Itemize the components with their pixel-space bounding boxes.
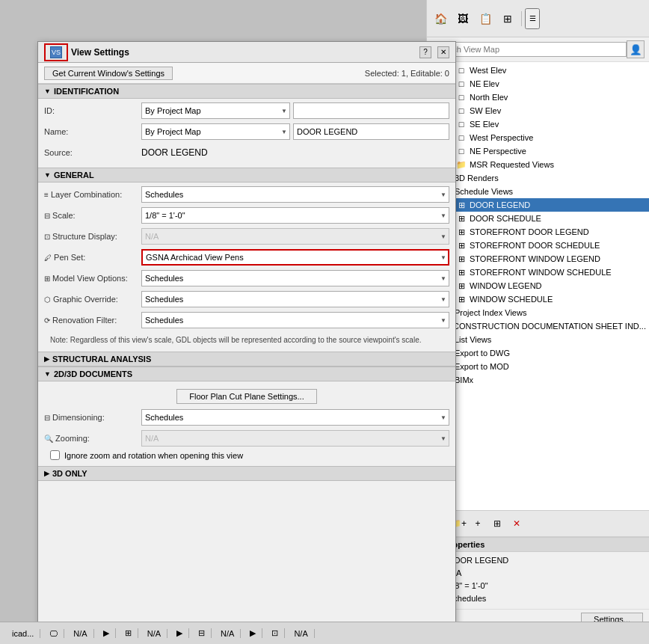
floor-plan-btn[interactable]: Floor Plan Cut Plane Settings... bbox=[176, 389, 316, 404]
view-icon: □ bbox=[455, 132, 467, 143]
status-icon-2: ⊞ bbox=[119, 628, 138, 638]
id-dropdown[interactable]: By Project Map bbox=[141, 102, 290, 119]
model-view-select[interactable]: Schedules bbox=[141, 270, 449, 286]
three-d-label: 3D ONLY bbox=[52, 469, 87, 478]
documents-content: Floor Plan Cut Plane Settings... ⊟ Dimen… bbox=[38, 381, 455, 466]
status-na-1: N/A bbox=[67, 629, 93, 638]
three-d-only-header[interactable]: ▶ 3D ONLY bbox=[38, 466, 455, 481]
floor-plan-btn-row: Floor Plan Cut Plane Settings... bbox=[44, 389, 449, 404]
tree-item-sw-elev[interactable]: □ SW Elev bbox=[427, 104, 649, 117]
tree-item-door-legend[interactable]: ⊞ DOOR LEGEND bbox=[427, 198, 649, 212]
name-label: Name: bbox=[44, 127, 141, 136]
identification-header[interactable]: ▼ IDENTIFICATION bbox=[38, 84, 455, 99]
tree-item-storefront-window-schedule[interactable]: ⊞ STOREFRONT WINDOW SCHEDULE bbox=[427, 266, 649, 279]
status-nav-1[interactable]: ▶ bbox=[97, 628, 116, 638]
menu-icon-btn[interactable]: ☰ bbox=[525, 8, 540, 29]
scale-select[interactable]: 1/8" = 1'-0" bbox=[141, 207, 449, 224]
status-nav-3[interactable]: ▶ bbox=[244, 628, 262, 638]
zooming-select[interactable]: N/A bbox=[141, 430, 449, 447]
graphic-override-select[interactable]: Schedules bbox=[141, 291, 449, 307]
view-icon: □ bbox=[455, 146, 467, 156]
tree-label: West Perspective bbox=[470, 133, 533, 142]
get-current-window-btn[interactable]: Get Current Window's Settings bbox=[44, 67, 173, 80]
tree-item-storefront-window-legend[interactable]: ⊞ STOREFRONT WINDOW LEGEND bbox=[427, 252, 649, 266]
grid-icon-btn[interactable]: ⊞ bbox=[497, 8, 518, 29]
layer-combo-select[interactable]: Schedules bbox=[141, 186, 449, 203]
documents-arrow: ▼ bbox=[44, 370, 51, 378]
structure-wrapper: N/A bbox=[141, 228, 449, 245]
add-item-btn[interactable]: + bbox=[469, 515, 487, 533]
status-na-4: N/A bbox=[288, 629, 314, 638]
tree-item-project-index[interactable]: ▼ 📁 Project Index Views bbox=[427, 306, 649, 319]
general-arrow: ▼ bbox=[44, 171, 51, 179]
tree-view: □ West Elev □ NE Elev □ North Elev bbox=[427, 62, 649, 510]
view-icon: □ bbox=[455, 119, 467, 129]
structure-select[interactable]: N/A bbox=[141, 228, 449, 245]
tree-item-ne-perspective[interactable]: □ NE Perspective bbox=[427, 144, 649, 158]
documents-header[interactable]: ▼ 2D/3D DOCUMENTS bbox=[38, 367, 455, 381]
tree-item-north-elev[interactable]: □ North Elev bbox=[427, 91, 649, 104]
dimensioning-select[interactable]: Schedules bbox=[141, 409, 449, 426]
tree-item-window-legend[interactable]: ⊞ WINDOW LEGEND bbox=[427, 279, 649, 292]
tree-label: BIMx bbox=[455, 375, 473, 384]
status-na-3: N/A bbox=[215, 629, 241, 638]
tree-item-list-views[interactable]: 📁 List Views bbox=[427, 333, 649, 346]
tree-item-export-mod[interactable]: ▶ 📁 Export to MOD bbox=[427, 360, 649, 373]
home-icon-btn[interactable]: 🏠 bbox=[430, 8, 451, 29]
grid-view-btn[interactable]: ⊞ bbox=[488, 515, 506, 533]
tree-item-door-schedule[interactable]: ⊞ DOOR SCHEDULE bbox=[427, 212, 649, 225]
tree-item-schedule-views[interactable]: ▼ 📁 Schedule Views bbox=[427, 185, 649, 198]
image-icon-btn[interactable]: 🖼 bbox=[452, 8, 473, 29]
search-input[interactable] bbox=[431, 42, 627, 57]
selected-info: Selected: 1, Editable: 0 bbox=[365, 69, 449, 78]
tree-item-storefront-door-legend[interactable]: ⊞ STOREFRONT DOOR LEGEND bbox=[427, 225, 649, 239]
tree-item-west-elev[interactable]: □ West Elev bbox=[427, 64, 649, 77]
copy-icon-btn[interactable]: 📋 bbox=[475, 8, 496, 29]
scale-wrapper: 1/8" = 1'-0" bbox=[141, 207, 449, 224]
graphic-override-row: ⬡ Graphic Override: Schedules bbox=[44, 290, 449, 308]
content-spacer bbox=[38, 481, 455, 526]
tree-item-west-perspective[interactable]: □ West Perspective bbox=[427, 131, 649, 144]
close-button[interactable]: ✕ bbox=[437, 46, 449, 58]
renovation-select[interactable]: Schedules bbox=[141, 312, 449, 328]
tree-item-window-schedule[interactable]: ⊞ WINDOW SCHEDULE bbox=[427, 292, 649, 306]
right-panel: 🏠 🖼 📋 ⊞ ☰ 👤 □ West Elev □ bbox=[426, 0, 649, 644]
name-dropdown[interactable]: By Project Map bbox=[141, 123, 290, 140]
dialog-title-left: VS View Settings bbox=[44, 43, 129, 61]
general-label: GENERAL bbox=[54, 171, 94, 180]
view-settings-dialog: VS View Settings ? ✕ Get Current Window'… bbox=[37, 41, 456, 644]
tree-item-ne-elev[interactable]: □ NE Elev bbox=[427, 77, 649, 91]
tree-item-storefront-door-schedule[interactable]: ⊞ STOREFRONT DOOR SCHEDULE bbox=[427, 239, 649, 252]
id-controls: By Project Map bbox=[141, 102, 449, 119]
tree-label: Project Index Views bbox=[455, 308, 526, 317]
tree-item-construction-doc[interactable]: □ CONSTRUCTION DOCUMENTATION SHEET IND..… bbox=[427, 319, 649, 333]
structural-analysis-header[interactable]: ▶ STRUCTURAL ANALYSIS bbox=[38, 352, 455, 367]
renovation-label: ⟳ Renovation Filter: bbox=[44, 316, 141, 325]
dimensioning-icon: ⊟ bbox=[44, 414, 50, 422]
tree-item-msr[interactable]: 📁 MSR Requested Views bbox=[427, 158, 649, 171]
tree-item-export-dwg[interactable]: ▶ 📁 Export to DWG bbox=[427, 346, 649, 360]
id-dropdown-wrapper: By Project Map bbox=[141, 102, 290, 119]
pen-set-select[interactable]: GSNA Archicad View Pens bbox=[141, 249, 449, 266]
tree-label: SE Elev bbox=[470, 120, 499, 129]
folder-icon: 📁 bbox=[455, 159, 467, 170]
identification-content: ID: By Project Map Name: bbox=[38, 99, 455, 168]
tree-item-bimx[interactable]: ▶ 📁 BIMx bbox=[427, 373, 649, 387]
help-button[interactable]: ? bbox=[419, 46, 431, 58]
status-icon-4: ⊡ bbox=[265, 628, 285, 638]
tree-item-3d-renders[interactable]: ▶ 📁 3D Renders bbox=[427, 171, 649, 185]
delete-btn[interactable]: ✕ bbox=[508, 515, 526, 533]
source-value: DOOR LEGEND bbox=[141, 147, 208, 158]
status-nav-2[interactable]: ▶ bbox=[170, 628, 189, 638]
general-header[interactable]: ▼ GENERAL bbox=[38, 168, 455, 183]
tree-item-se-elev[interactable]: □ SE Elev bbox=[427, 117, 649, 131]
status-icon-1: 🖵 bbox=[43, 629, 64, 638]
id-value-input[interactable] bbox=[293, 102, 449, 119]
prop-name-value: DOOR LEGEND bbox=[448, 556, 508, 565]
identification-label: IDENTIFICATION bbox=[54, 87, 119, 96]
id-label: ID: bbox=[44, 106, 141, 115]
ignore-zoom-checkbox[interactable] bbox=[50, 450, 60, 460]
name-value-input[interactable] bbox=[293, 123, 449, 140]
schedule-icon: ⊞ bbox=[455, 200, 467, 210]
search-person-btn[interactable]: 👤 bbox=[627, 40, 645, 58]
